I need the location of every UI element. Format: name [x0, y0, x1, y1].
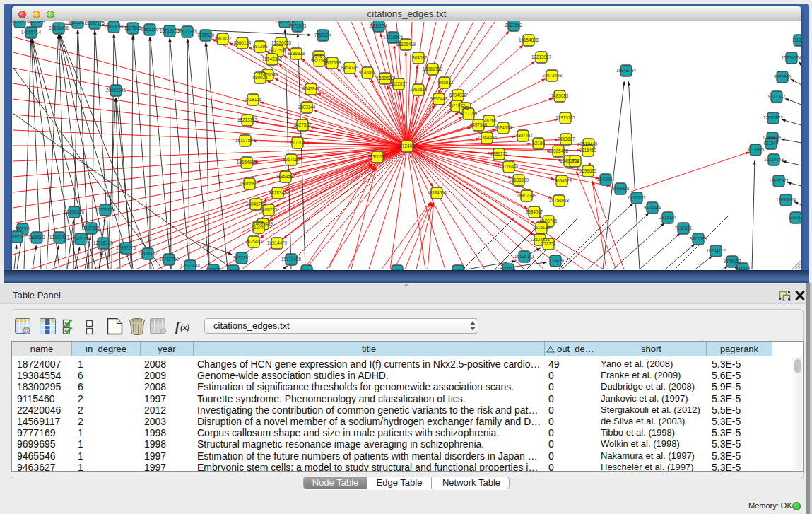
svg-text:9474444: 9474444	[644, 205, 661, 210]
svg-text:9115460: 9115460	[579, 148, 597, 153]
svg-text:64031: 64031	[227, 268, 240, 270]
svg-text:1115682: 1115682	[28, 235, 45, 240]
svg-text:891295: 891295	[252, 44, 268, 49]
svg-text:18724007: 18724007	[397, 144, 418, 148]
svg-text:15720407: 15720407	[499, 164, 519, 169]
svg-text:20057175: 20057175	[85, 21, 105, 25]
svg-text:20691406: 20691406	[49, 25, 69, 30]
svg-text:111255: 111255	[792, 37, 801, 42]
svg-text:2935114: 2935114	[659, 215, 677, 220]
svg-text:10853267: 10853267	[104, 24, 124, 29]
svg-text:835051: 835051	[15, 226, 30, 231]
svg-text:7485083: 7485083	[551, 93, 569, 98]
svg-text:9990448: 9990448	[430, 96, 448, 101]
svg-text:1274: 1274	[254, 225, 264, 230]
svg-text:9597586: 9597586	[83, 226, 100, 230]
svg-text:2093144: 2093144	[28, 21, 46, 23]
svg-text:1615132: 1615132	[533, 225, 551, 230]
svg-text:12213967: 12213967	[531, 54, 552, 59]
svg-text:931554: 931554	[735, 266, 751, 270]
svg-text:1906353: 1906353	[12, 21, 29, 24]
svg-text:9457791: 9457791	[233, 255, 251, 260]
svg-text:7625402: 7625402	[245, 239, 263, 244]
svg-text:16648784: 16648784	[616, 68, 637, 73]
svg-text:6120746: 6120746	[540, 218, 558, 223]
svg-text:9084067: 9084067	[526, 209, 543, 214]
svg-text:17957275: 17957275	[116, 245, 136, 250]
svg-text:6497568: 6497568	[470, 122, 488, 127]
svg-text:12942737: 12942737	[49, 235, 70, 240]
svg-text:9777169: 9777169	[460, 111, 478, 116]
svg-text:2967608: 2967608	[324, 60, 341, 65]
svg-text:12444190: 12444190	[763, 135, 783, 140]
svg-text:14055714: 14055714	[21, 30, 42, 35]
svg-text:8660124: 8660124	[234, 40, 252, 45]
svg-text:7515526: 7515526	[197, 33, 215, 37]
svg-text:17016504: 17016504	[776, 197, 796, 202]
svg-text:10025488: 10025488	[548, 148, 569, 153]
svg-text:151544: 151544	[450, 268, 466, 270]
svg-text:19384554: 19384554	[427, 190, 447, 195]
svg-text:116753: 116753	[789, 215, 801, 220]
svg-text:20053346: 20053346	[106, 88, 126, 93]
svg-text:8267110: 8267110	[283, 157, 300, 162]
svg-text:9699695: 9699695	[579, 168, 597, 173]
svg-text:16046768: 16046768	[246, 201, 266, 206]
svg-text:9463627: 9463627	[558, 136, 575, 141]
svg-text:16210643: 16210643	[764, 157, 784, 162]
svg-text:20206576: 20206576	[64, 209, 85, 214]
svg-text:7955812: 7955812	[436, 80, 454, 85]
svg-text:10958107: 10958107	[138, 251, 158, 256]
svg-text:8471676: 8471676	[690, 236, 707, 241]
svg-text:15226055: 15226055	[271, 40, 292, 45]
svg-text:17359924: 17359924	[95, 207, 116, 212]
svg-text:62160: 62160	[532, 141, 545, 146]
svg-text:1345194: 1345194	[72, 236, 90, 241]
svg-text:9329966: 9329966	[774, 74, 792, 79]
svg-text:1527602: 1527602	[124, 25, 142, 30]
svg-text:80313: 80313	[391, 268, 404, 270]
svg-text:8186328: 8186328	[288, 51, 305, 56]
svg-text:9227342: 9227342	[768, 94, 786, 99]
svg-text:8813054: 8813054	[370, 23, 388, 28]
svg-text:10973493: 10973493	[542, 73, 563, 78]
svg-text:5498222: 5498222	[260, 207, 278, 212]
svg-text:8427552: 8427552	[294, 122, 312, 127]
svg-text:3215955: 3215955	[747, 147, 765, 152]
svg-text:12213382: 12213382	[237, 117, 258, 122]
svg-text:16107554: 16107554	[235, 138, 256, 143]
svg-text:3624554: 3624554	[495, 125, 512, 130]
svg-text:746266: 746266	[481, 118, 497, 123]
svg-text:19756928: 19756928	[549, 198, 570, 203]
svg-text:12923448: 12923448	[180, 263, 201, 268]
svg-text:8958928: 8958928	[612, 186, 630, 191]
svg-text:989023: 989023	[252, 75, 268, 80]
svg-text:915313: 915313	[206, 267, 221, 270]
svg-text:16782759: 16782759	[159, 257, 180, 262]
svg-text:6466160: 6466160	[141, 27, 159, 32]
svg-text:252254: 252254	[541, 241, 556, 246]
svg-text:9242845: 9242845	[302, 86, 320, 91]
svg-text:8878342: 8878342	[269, 190, 287, 195]
svg-text:917004: 917004	[290, 140, 305, 145]
svg-text:945: 945	[461, 105, 469, 110]
svg-text:16136141: 16136141	[514, 254, 535, 259]
svg-text:1864092: 1864092	[410, 55, 428, 60]
svg-text:18807249: 18807249	[517, 193, 537, 198]
svg-text:15716485: 15716485	[281, 257, 302, 262]
svg-text:12975115: 12975115	[555, 115, 575, 120]
svg-text:7857224: 7857224	[314, 33, 332, 37]
svg-text:19654985: 19654985	[237, 160, 257, 165]
svg-text:12505135: 12505135	[93, 240, 114, 245]
svg-text:904: 904	[572, 158, 579, 163]
svg-text:10654112: 10654112	[706, 248, 726, 253]
svg-text:9871923: 9871923	[289, 23, 307, 28]
svg-text:9327506: 9327506	[269, 48, 287, 53]
svg-text:16154808: 16154808	[519, 37, 539, 42]
svg-text:1362615: 1362615	[410, 87, 428, 92]
svg-text:6794028: 6794028	[449, 93, 467, 98]
svg-text:19654923: 19654923	[552, 178, 572, 183]
svg-text:18300295: 18300295	[367, 154, 388, 159]
svg-text:15751074: 15751074	[782, 55, 801, 60]
svg-text:2087682: 2087682	[505, 23, 523, 28]
